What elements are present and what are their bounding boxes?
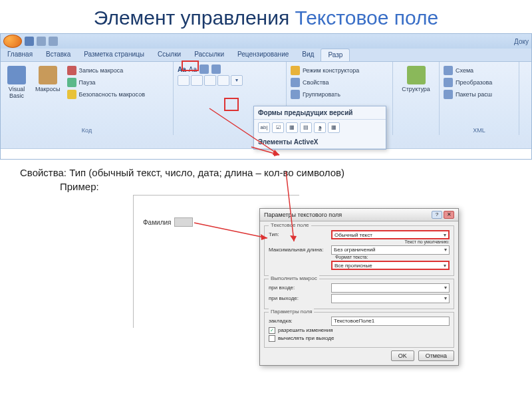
- tab-developer[interactable]: Разр: [321, 49, 350, 61]
- legacy-forms-popup: Формы предыдущих версий ab| ☑ ▦ ▤ a̲ ▦ Э…: [253, 106, 386, 150]
- fieldset-params: Параметры поля закладка:ТекстовоеПоле1 ✓…: [264, 312, 454, 348]
- group-code-label: Код: [5, 126, 169, 134]
- type-label: Тип:: [269, 231, 329, 237]
- default-label: Текст по умолчанию:: [404, 239, 450, 244]
- tab-references[interactable]: Ссылки: [151, 49, 188, 61]
- legacy-header-activex: Элементы ActiveX: [254, 136, 386, 149]
- dialog-close-button[interactable]: ✕: [444, 211, 454, 219]
- control-item[interactable]: [217, 75, 229, 86]
- control-item[interactable]: [204, 75, 216, 86]
- allow-changes-checkbox[interactable]: ✓разрешить изменения: [269, 327, 450, 334]
- schema-icon: [444, 66, 453, 75]
- packages-icon: [444, 90, 453, 99]
- legacy-checkbox-icon[interactable]: ☑: [272, 122, 284, 133]
- design-icon: [291, 66, 300, 75]
- tab-mailings[interactable]: Рассылки: [188, 49, 231, 61]
- ribbon-screenshot: Доку Главная Вставка Разметка страницы С…: [0, 33, 532, 160]
- picture-icon[interactable]: [211, 65, 221, 74]
- visual-basic-icon: [7, 66, 26, 84]
- structure-icon: [407, 66, 426, 84]
- transform-button[interactable]: Преобразова: [444, 78, 515, 87]
- tab-insert[interactable]: Вставка: [39, 49, 77, 61]
- cancel-button[interactable]: Отмена: [418, 350, 454, 361]
- legacy-frame-icon[interactable]: ▤: [300, 122, 312, 133]
- tab-view[interactable]: Вид: [295, 49, 321, 61]
- fieldset-textfield: Текстовое поле Тип: Обычный текст Текст …: [264, 225, 454, 276]
- format-dropdown[interactable]: Все прописные: [331, 261, 450, 270]
- packages-button[interactable]: Пакеты расш: [444, 90, 515, 99]
- example-area: Фамилия Параметры текстового поля ? ✕ Те…: [20, 195, 512, 328]
- bookmark-input[interactable]: ТекстовоеПоле1: [331, 317, 450, 326]
- title-accent: Текстовое поле: [295, 7, 439, 29]
- format-label: Формат текста:: [335, 255, 368, 259]
- tab-layout[interactable]: Разметка страницы: [77, 49, 151, 61]
- maxlen-label: Максимальная длина:: [269, 247, 329, 253]
- maxlen-dropdown[interactable]: Без ограничений: [331, 245, 450, 255]
- group-button[interactable]: Группировать: [291, 90, 388, 99]
- slide-title: Элемент управления Текстовое поле: [20, 7, 512, 29]
- macro-security-button[interactable]: Безопасность макросов: [67, 90, 145, 99]
- titlebar: Доку: [1, 34, 531, 49]
- example-label: Пример:: [60, 181, 512, 192]
- qat-undo-icon[interactable]: [37, 37, 46, 46]
- ribbon-tabs: Главная Вставка Разметка страницы Ссылки…: [1, 49, 531, 62]
- record-macro-button[interactable]: Запись макроса: [67, 66, 145, 75]
- control-item[interactable]: [178, 75, 190, 86]
- macro-entry-dropdown[interactable]: [331, 283, 450, 293]
- macro-exit-label: при выходе:: [269, 295, 329, 301]
- ok-button[interactable]: OK: [391, 350, 414, 361]
- macros-button[interactable]: Макросы: [33, 65, 63, 126]
- qat-redo-icon[interactable]: [49, 37, 58, 46]
- macro-exit-dropdown[interactable]: [331, 294, 450, 303]
- security-icon: [67, 90, 76, 99]
- legacy-shading-icon[interactable]: a̲: [314, 122, 326, 133]
- dialog-help-button[interactable]: ?: [432, 211, 442, 219]
- group-code: Visual Basic Макросы Запись макроса Пауз…: [1, 62, 174, 135]
- qat-save-icon[interactable]: [25, 37, 34, 46]
- window-title: Доку: [514, 38, 529, 45]
- textfield-options-dialog: Параметры текстового поля ? ✕ Текстовое …: [259, 208, 459, 366]
- record-icon: [67, 66, 76, 75]
- group-icon: [291, 90, 300, 99]
- calc-on-exit-checkbox[interactable]: вычислять при выходе: [269, 335, 450, 342]
- properties-button[interactable]: Свойства: [291, 78, 388, 87]
- transform-icon: [444, 78, 453, 87]
- tab-home[interactable]: Главная: [1, 49, 39, 61]
- group-xml-label: XML: [444, 126, 515, 134]
- ruler: [1, 148, 531, 159]
- group-xml: Схема Преобразова Пакеты расш XML: [440, 62, 519, 135]
- properties-icon: [291, 78, 300, 87]
- title-plain: Элемент управления: [94, 7, 295, 29]
- visual-basic-button[interactable]: Visual Basic: [5, 65, 29, 126]
- legacy-tools-button[interactable]: ▾: [231, 75, 243, 86]
- pause-button[interactable]: Пауза: [67, 78, 145, 87]
- design-mode-button[interactable]: Режим конструктора: [291, 66, 388, 75]
- legacy-textfield-icon[interactable]: ab|: [258, 122, 270, 133]
- field-label-surname: Фамилия: [143, 219, 171, 226]
- richtext-icon[interactable]: [200, 65, 209, 74]
- legacy-combo-icon[interactable]: ▦: [286, 122, 298, 133]
- tab-review[interactable]: Рецензирование: [231, 49, 295, 61]
- type-dropdown[interactable]: Обычный текст: [331, 230, 450, 239]
- text-field-box[interactable]: [174, 217, 193, 227]
- macros-icon: [39, 66, 57, 84]
- structure-button[interactable]: Структура: [397, 65, 435, 94]
- pause-icon: [67, 78, 76, 87]
- office-button[interactable]: [3, 35, 22, 48]
- group-structure: Структура: [393, 62, 440, 135]
- legacy-reset-icon[interactable]: ▦: [328, 122, 340, 133]
- control-item[interactable]: [191, 75, 203, 86]
- legacy-header-forms: Формы предыдущих версий: [254, 106, 386, 120]
- dialog-title-text: Параметры текстового поля: [264, 211, 342, 218]
- properties-description: Свойства: Тип (обычный текст, число, дат…: [20, 166, 512, 180]
- fieldset-macro: Выполнить макрос при входе: при выходе:: [264, 279, 454, 309]
- schema-button[interactable]: Схема: [444, 66, 515, 75]
- macro-entry-label: при входе:: [269, 285, 329, 291]
- dialog-titlebar: Параметры текстового поля ? ✕: [260, 209, 458, 221]
- bookmark-label: закладка:: [269, 318, 329, 324]
